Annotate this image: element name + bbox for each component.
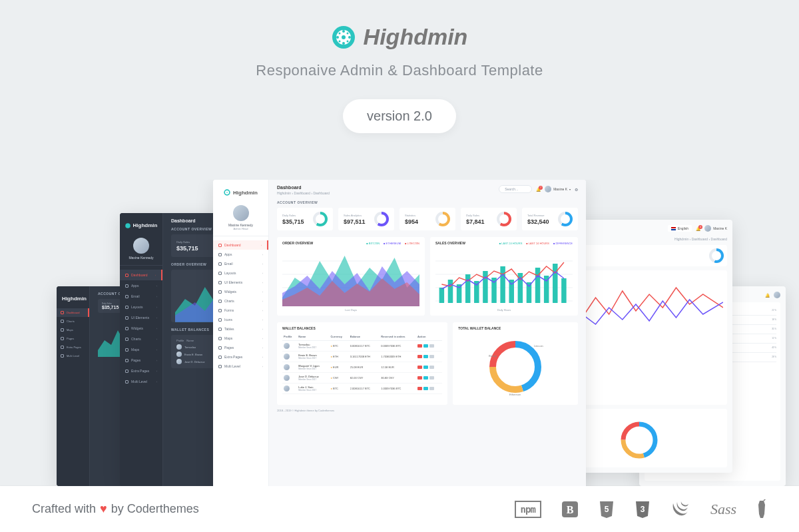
action-button[interactable]	[429, 366, 434, 369]
wallet-reserved: 12.58 EUR	[380, 362, 416, 373]
wallet-balance: 2.00816117 BTC	[349, 384, 380, 394]
svg-point-8	[338, 40, 340, 42]
jquery-icon	[670, 501, 690, 518]
sidebar-item-label: Maps	[224, 336, 232, 340]
action-button[interactable]	[429, 376, 434, 380]
sidebar-item-email[interactable]: Email›	[213, 259, 268, 268]
action-button[interactable]	[429, 355, 434, 358]
wallet-reserved: 30.83 CNY	[380, 373, 416, 384]
stat-card: Daily Sales$7,841	[461, 208, 517, 230]
table-header: Reserved in orders	[380, 333, 416, 341]
user-menu[interactable]: Maxine K	[704, 225, 727, 232]
svg-point-7	[346, 32, 348, 34]
donut-chart: Litecoin Bitcoin Ethereum	[485, 337, 545, 397]
sidebar-brand: Highdmin	[120, 218, 162, 235]
action-button[interactable]	[423, 376, 428, 380]
stat-label: Total Revenue	[527, 214, 549, 217]
sidebar-item-tables[interactable]: Tables›	[213, 324, 268, 334]
sidebar-item[interactable]: Maps	[57, 326, 89, 334]
sidebar-item-pages[interactable]: Pages›	[213, 343, 268, 352]
notification-icon[interactable]: 🔔4	[696, 226, 700, 231]
donut-icon	[497, 212, 511, 226]
donut-icon	[709, 248, 724, 263]
sidebar-item-forms[interactable]: Forms›	[213, 306, 268, 315]
charts-row: ORDER OVERVIEW BITCOIN ETHEREUM LITECOIN	[277, 237, 578, 316]
action-button[interactable]	[423, 355, 428, 358]
sidebar-item-icons[interactable]: Icons›	[213, 315, 268, 324]
sidebar-item[interactable]: Charts	[57, 317, 89, 326]
sidebar-item[interactable]: Apps›	[120, 280, 162, 291]
action-button[interactable]	[417, 376, 422, 380]
sidebar-item-dashboard[interactable]: Dashboard	[57, 308, 89, 317]
sidebar-item-label: Charts	[67, 320, 75, 323]
wallet-currency: ● BTC	[329, 341, 348, 352]
sidebar-item[interactable]: Charts›	[120, 334, 162, 344]
notification-icon[interactable]: 🔔	[765, 293, 770, 298]
sidebar-item-extra-pages[interactable]: Extra Pages›	[213, 352, 268, 362]
action-button[interactable]	[423, 387, 428, 390]
avatar	[284, 375, 290, 381]
sidebar-item[interactable]: Extra Pages	[57, 343, 89, 352]
wallet-balance: 3.16117008 ETH	[349, 352, 380, 362]
wallet-name: Erwin E. Brown	[184, 353, 202, 356]
sidebar-item[interactable]: Multi Level	[57, 352, 89, 360]
sidebar-item[interactable]: Maps›	[120, 344, 162, 355]
sidebar-item-charts[interactable]: Charts›	[213, 296, 268, 306]
language-switch[interactable]: English	[668, 225, 692, 232]
sidebar-item[interactable]: Widgets›	[120, 323, 162, 334]
search-input[interactable]: Search...	[499, 185, 532, 193]
sidebar-item-layouts[interactable]: Layouts›	[213, 268, 268, 278]
action-button[interactable]	[429, 387, 434, 390]
sidebar-item[interactable]: Extra Pages›	[120, 366, 162, 376]
action-button[interactable]	[423, 366, 428, 369]
sidebar-item-maps[interactable]: Maps›	[213, 334, 268, 343]
action-button[interactable]	[429, 344, 434, 348]
sidebar-item-label: Pages	[131, 358, 140, 362]
svg-text:5: 5	[605, 505, 609, 514]
hero: Highdmin Responaive Admin & Dashboard Te…	[0, 0, 799, 486]
wallet-balance: 25.08 EUR	[349, 362, 380, 373]
bottom-row: WALLET BALANCES ProfileNameCurrencyBalan…	[277, 322, 578, 405]
table-header: Action	[416, 333, 442, 341]
action-button[interactable]	[417, 387, 422, 390]
sidebar-item[interactable]: Multi Level›	[120, 376, 162, 387]
avatar	[233, 205, 249, 221]
sidebar-item-apps[interactable]: Apps›	[213, 250, 268, 259]
sidebar-item-label: Widgets	[131, 326, 143, 330]
action-button[interactable]	[417, 355, 422, 358]
sidebar-item[interactable]: Email›	[120, 291, 162, 302]
svg-point-10	[342, 35, 346, 39]
svg-point-3	[342, 42, 345, 45]
chart-footer: Last Days	[282, 308, 419, 312]
sidebar-item[interactable]: UI Elements›	[120, 312, 162, 323]
action-button[interactable]	[423, 344, 428, 348]
notification-icon[interactable]: 🔔7	[536, 187, 541, 192]
sidebar-item-label: Dashboard	[67, 311, 80, 314]
sidebar-item[interactable]: Pages›	[120, 355, 162, 366]
crafted-prefix: Crafted with	[32, 502, 96, 516]
sidebar-item-label: Extra Pages	[131, 369, 149, 373]
sidebar-item[interactable]: Pages	[57, 334, 89, 343]
list-tag: 12 %	[772, 337, 776, 340]
user-menu[interactable]	[774, 292, 780, 298]
sidebar-item-ui-elements[interactable]: UI Elements›	[213, 278, 268, 287]
user-menu[interactable]: Maxine K ▾	[545, 186, 571, 192]
action-button[interactable]	[417, 366, 422, 369]
gear-icon[interactable]: ⚙	[575, 187, 578, 192]
sidebar-item-widgets[interactable]: Widgets›	[213, 287, 268, 296]
action-button[interactable]	[417, 344, 422, 348]
sidebar-item-dashboard[interactable]: Dashboard›	[213, 240, 268, 250]
stat-card: Statistics$954	[400, 208, 455, 230]
sass-icon: Sass	[710, 501, 736, 518]
svg-point-4	[336, 36, 339, 39]
stat-label: Statistics	[405, 214, 418, 217]
sidebar-item-dashboard[interactable]: Dashboard›	[120, 270, 162, 280]
sidebar-item-multi-level[interactable]: Multi Level›	[213, 362, 268, 371]
sidebar-item-label: Email	[131, 294, 140, 298]
sidebar: Highdmin Maxine Kennedy Dashboard› Apps›…	[120, 213, 163, 486]
stat-value: $35,715	[282, 218, 304, 225]
sidebar-item-label: Extra Pages	[224, 355, 242, 359]
sidebar-item[interactable]: Layouts›	[120, 302, 162, 312]
stats-row: Daily Sales$35,715Sales Analytics$97,511…	[277, 208, 578, 230]
preview-main: Highdmin Maxine Kennedy Admin Head Dashb…	[213, 180, 586, 486]
